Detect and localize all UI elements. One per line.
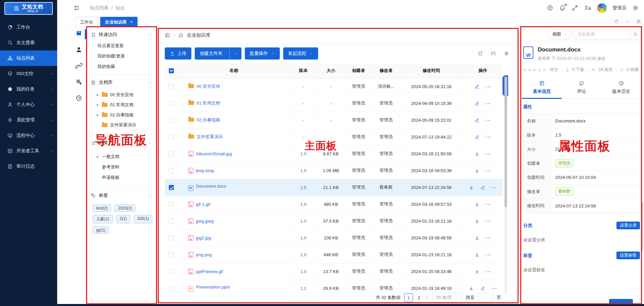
table-row[interactable]: pptPreview.gif1.013.7 KB管理员管理员2024-01-25… <box>165 263 503 280</box>
toolbar-gear-icon[interactable] <box>504 51 509 56</box>
column-header[interactable]: 修改者 <box>372 63 400 78</box>
jump-page-input[interactable] <box>478 293 493 302</box>
row-checkbox[interactable] <box>169 235 174 240</box>
tag-chip[interactable]: 333(1) <box>134 215 152 223</box>
quick-access-item[interactable]: 站点最近更新 <box>87 40 157 51</box>
edit-icon[interactable] <box>475 118 480 123</box>
more-actions-icon[interactable]: ··· <box>486 252 491 257</box>
more-actions-icon[interactable]: ··· <box>486 118 491 123</box>
button-上传[interactable]: 上传 <box>165 47 191 60</box>
view-dropdown[interactable]: 视图 <box>548 29 571 39</box>
file-name-link[interactable]: jpeg.jpeg <box>196 219 214 224</box>
expand-arrow-icon[interactable]: ▸ <box>96 113 100 117</box>
set-category-button[interactable]: 设置分类 <box>616 222 640 229</box>
sidebar-item-sitemap[interactable]: 站点列表 <box>0 50 57 66</box>
sidebar-item-dashboard[interactable]: 工作台 <box>0 20 57 35</box>
search-button[interactable] <box>630 30 640 39</box>
tab-企业知识库[interactable]: 企业知识库✕ <box>100 17 138 27</box>
column-header[interactable]: 大小 <box>317 63 345 78</box>
version-link[interactable]: 1.0 <box>300 252 306 257</box>
table-row[interactable]: 01.常用文档--管理员管理员2024-04-09 10:15:39··· <box>165 95 503 112</box>
download-icon[interactable] <box>469 286 474 291</box>
file-name-link[interactable]: Document.docx <box>196 184 226 189</box>
edit-icon[interactable] <box>475 135 480 140</box>
category-item[interactable]: 参考资料 <box>87 162 157 172</box>
row-checkbox[interactable] <box>169 118 174 123</box>
row-checkbox[interactable] <box>169 252 174 257</box>
version-link[interactable]: 1.0 <box>300 219 306 224</box>
home-icon[interactable] <box>178 33 184 38</box>
version-link[interactable]: 1.0 <box>300 235 306 240</box>
table-row[interactable]: jpg2.jpg1.0108 KB管理员管理员2024-03-19 08:48:… <box>165 229 503 246</box>
column-header[interactable]: 修改时间 <box>400 63 463 78</box>
download-icon[interactable] <box>475 235 480 240</box>
category-item[interactable]: ▸一般文档 <box>87 151 157 162</box>
tree-folder-item[interactable]: ▸01.常用文档 <box>87 100 157 110</box>
partial-button[interactable] <box>609 299 633 304</box>
tag-chip[interactable]: test(2) <box>93 204 111 212</box>
sidebar-item-shield[interactable]: ISO文控 <box>0 66 57 81</box>
more-actions-icon[interactable]: ··· <box>486 101 491 106</box>
close-tab-icon[interactable]: ✕ <box>130 20 133 24</box>
chevron-down-icon[interactable] <box>229 47 241 60</box>
avatar[interactable] <box>597 3 607 13</box>
quick-access-header[interactable]: 快速访问 <box>87 29 157 40</box>
row-checkbox[interactable] <box>169 219 174 224</box>
row-checkbox[interactable] <box>169 286 174 291</box>
file-name-link[interactable]: Presentation.pptx <box>196 284 230 290</box>
page-size-select[interactable]: 20 条/页 <box>432 293 462 302</box>
column-header[interactable]: 版本 <box>290 63 317 78</box>
strip-history-icon[interactable] <box>75 94 82 102</box>
sidebar-item-code[interactable]: 开发者工具 <box>0 143 57 159</box>
collapse-sidebar-icon[interactable] <box>73 5 80 11</box>
chevron-down-icon[interactable] <box>148 33 152 37</box>
column-header[interactable]: 名称 <box>178 63 290 78</box>
tabbar-refresh-button[interactable] <box>611 16 622 27</box>
category-item[interactable]: 申请模板 <box>87 172 157 183</box>
button-批量操作[interactable]: 批量操作 <box>245 47 280 60</box>
rating-stars[interactable]: ★★★★★ <box>523 68 547 72</box>
breadcrumb[interactable]: 站点列表 / 站点 <box>90 5 125 11</box>
version-link[interactable]: 1.0 <box>300 151 306 156</box>
row-checkbox[interactable] <box>169 168 174 173</box>
table-row[interactable]: bmp.bmp1.01.05 MB管理员管理员2024-03-16 09:53:… <box>165 162 503 179</box>
file-name-link[interactable]: jpg2.jpg <box>196 235 212 240</box>
strip-link-icon[interactable] <box>75 62 82 69</box>
tag-chip[interactable]: 2(1) <box>116 215 130 223</box>
select-all-checkbox[interactable] <box>169 68 174 73</box>
gear-icon[interactable] <box>632 5 639 11</box>
edit-icon[interactable] <box>480 286 485 291</box>
download-icon[interactable] <box>475 151 480 156</box>
pen-circle-icon[interactable] <box>547 5 553 11</box>
row-checkbox[interactable] <box>169 135 174 140</box>
set-tag-button[interactable]: 设置标签 <box>616 252 640 259</box>
sidebar-item-audit[interactable]: 审计日志 <box>0 159 57 174</box>
column-header[interactable]: 创建者 <box>345 63 372 78</box>
strip-book-icon[interactable] <box>75 30 82 37</box>
button-label[interactable]: 创建文件夹 <box>195 50 227 56</box>
file-name-link[interactable]: png.png <box>196 252 212 257</box>
download-icon[interactable] <box>475 202 480 207</box>
quick-access-item[interactable]: 我的收藏 <box>87 61 157 72</box>
heart-icon[interactable] <box>620 68 624 72</box>
chevron-down-icon[interactable] <box>148 141 152 145</box>
file-name-link[interactable]: 01.常用文档 <box>197 101 220 106</box>
file-name-link[interactable]: bmp.bmp <box>196 168 214 173</box>
tag-chip[interactable]: 2023(2) <box>115 204 135 212</box>
table-row[interactable]: jpeg.jpeg1.037.5 KB管理员管理员2024-01-23 16:2… <box>165 213 503 229</box>
library-header[interactable]: 文档库 <box>87 77 157 88</box>
more-actions-icon[interactable]: ··· <box>486 235 491 240</box>
tab-工作台[interactable]: 工作台 <box>75 17 98 27</box>
sidebar-item-user[interactable]: 个人中心 <box>0 97 57 112</box>
file-name-link[interactable]: pptPreview.gif <box>196 269 223 274</box>
tag-chip[interactable]: 儿童(1) <box>93 215 113 223</box>
chevron-down-icon[interactable] <box>148 81 152 84</box>
translate-icon[interactable]: 文A <box>584 5 591 10</box>
file-name-link[interactable]: AlbumArtSmall.jpg <box>196 151 232 156</box>
strip-person-icon[interactable] <box>75 46 82 53</box>
expand-arrow-icon[interactable]: ▸ <box>96 155 100 158</box>
column-header[interactable]: 操作 <box>463 63 503 78</box>
more-actions-icon[interactable]: ··· <box>486 202 491 207</box>
row-checkbox[interactable] <box>169 185 174 190</box>
more-actions-icon[interactable]: ··· <box>486 84 491 89</box>
